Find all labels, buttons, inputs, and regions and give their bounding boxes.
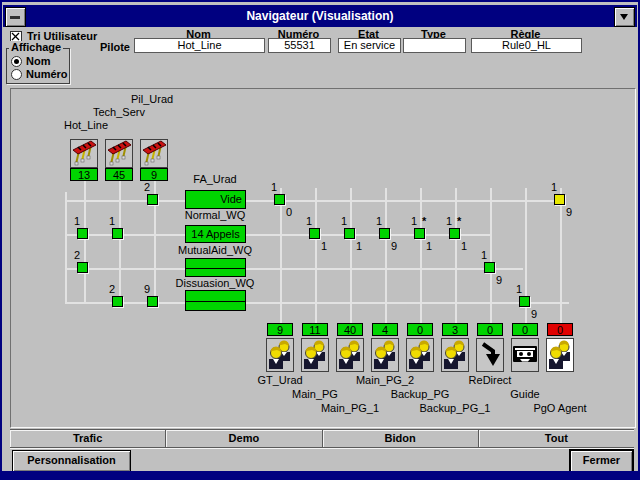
- node-top-value: 1: [298, 215, 312, 227]
- link-node-square[interactable]: [449, 228, 460, 239]
- agent-label: Main_PG_1: [308, 402, 392, 414]
- link-node-square[interactable]: [77, 262, 88, 273]
- link-node-square[interactable]: [77, 228, 88, 239]
- pilot-number-field[interactable]: 55531: [268, 38, 331, 53]
- tab-tout[interactable]: Tout: [479, 430, 634, 447]
- queue-box[interactable]: 14 Appels: [185, 225, 246, 243]
- grid-vline: [84, 181, 86, 302]
- title-bar: Navigateur (Visualisation): [3, 5, 637, 27]
- agent-count: 0: [407, 323, 433, 336]
- link-node-square[interactable]: [147, 194, 158, 205]
- grid-vline: [350, 188, 352, 323]
- link-node-square[interactable]: [147, 296, 158, 307]
- node-bottom-value: 9: [496, 274, 502, 286]
- node-top-value: 1: [438, 215, 452, 227]
- pilot-icon-box[interactable]: [70, 139, 98, 168]
- queue-box[interactable]: [185, 258, 246, 277]
- pilot-icon-box[interactable]: [105, 139, 133, 168]
- node-top-value: 1: [403, 215, 417, 227]
- window-title: Navigateur (Visualisation): [27, 5, 613, 27]
- agent-icon-box[interactable]: [476, 338, 504, 372]
- pilot-state-field[interactable]: En service: [338, 38, 401, 53]
- link-node-square[interactable]: [519, 296, 530, 307]
- grid-hline: [65, 234, 491, 236]
- agent-count: 0: [512, 323, 538, 336]
- node-bottom-value: 1: [356, 240, 362, 252]
- node-top-value: 1: [473, 249, 487, 261]
- agent-count: 11: [302, 323, 328, 336]
- tab-demo[interactable]: Demo: [166, 430, 322, 447]
- agent-group-icon: [407, 339, 433, 371]
- grid-hline: [65, 302, 569, 304]
- grid-vline: [119, 181, 121, 302]
- radio-label: Nom: [26, 55, 50, 67]
- queue-text: Vide: [186, 191, 245, 208]
- agent-count: 4: [372, 323, 398, 336]
- agent-icon-box[interactable]: [511, 338, 539, 372]
- pilot-label: Hot_Line: [64, 119, 108, 131]
- grid-vline: [65, 192, 67, 304]
- node-top-value: 2: [136, 181, 150, 193]
- grid-vline: [490, 188, 492, 323]
- personnalisation-button[interactable]: Personnalisation: [12, 450, 131, 472]
- agent-icon-box[interactable]: [546, 338, 574, 372]
- node-bottom-value: 1: [426, 240, 432, 252]
- pilot-label: Pil_Urad: [131, 93, 173, 105]
- link-node-square[interactable]: [274, 194, 285, 205]
- queue-box[interactable]: [185, 290, 246, 311]
- agent-icon-box[interactable]: [406, 338, 434, 372]
- link-node-square[interactable]: [112, 296, 123, 307]
- node-top-value: 1: [333, 215, 347, 227]
- node-top-value: 9: [136, 283, 150, 295]
- agent-group-icon: [302, 339, 328, 371]
- pilote-row-label: Pilote: [100, 41, 130, 53]
- redirect-icon: [478, 341, 502, 370]
- grid-hline: [65, 200, 562, 202]
- queue-box[interactable]: Vide: [185, 190, 246, 209]
- affichage-option-nom[interactable]: Nom: [11, 55, 66, 67]
- link-node-square[interactable]: [554, 194, 565, 205]
- minimize-button[interactable]: [614, 7, 635, 27]
- system-menu-button[interactable]: [5, 7, 26, 27]
- agent-group-icon: [442, 339, 468, 371]
- node-top-value: 1: [368, 215, 382, 227]
- queue-label: MutualAid_WQ: [155, 244, 275, 256]
- agent-icon-box[interactable]: [441, 338, 469, 372]
- link-node-square[interactable]: [379, 228, 390, 239]
- agent-group-icon: [267, 339, 293, 371]
- agent-icon-box[interactable]: [336, 338, 364, 372]
- system-menu-icon: [10, 16, 20, 19]
- queue-label: Normal_WQ: [155, 209, 275, 221]
- agent-icon-box[interactable]: [301, 338, 329, 372]
- node-bottom-value: 1: [321, 240, 327, 252]
- link-node-square[interactable]: [484, 262, 495, 273]
- pilot-icon-box[interactable]: [140, 139, 168, 168]
- agent-label: Backup_PG: [378, 388, 462, 400]
- agent-icon-box[interactable]: [266, 338, 294, 372]
- pilot-rule-field[interactable]: Rule0_HL: [471, 38, 582, 53]
- agent-count: 9: [267, 323, 293, 336]
- agent-group-icon: [547, 339, 573, 371]
- pilot-label: Tech_Serv: [93, 106, 145, 118]
- agent-label: Guide: [483, 388, 567, 400]
- cassette-icon: [512, 345, 538, 365]
- pilot-name-field[interactable]: Hot_Line: [134, 38, 265, 53]
- agent-label: Backup_PG_1: [413, 402, 497, 414]
- link-node-square[interactable]: [112, 228, 123, 239]
- link-node-square[interactable]: [344, 228, 355, 239]
- radio-icon[interactable]: [11, 69, 22, 80]
- tab-bidon[interactable]: Bidon: [323, 430, 479, 447]
- queue-label: FA_Urad: [155, 173, 275, 185]
- agent-icon-box[interactable]: [371, 338, 399, 372]
- node-star-marker: *: [422, 215, 426, 227]
- affichage-option-numéro[interactable]: Numéro: [11, 68, 66, 80]
- pilot-type-field[interactable]: [403, 38, 466, 53]
- link-node-square[interactable]: [414, 228, 425, 239]
- node-top-value: 1: [508, 283, 522, 295]
- link-node-square[interactable]: [309, 228, 320, 239]
- tab-trafic[interactable]: Trafic: [10, 430, 166, 447]
- application-window: Navigateur (Visualisation) Tri Utilisate…: [0, 0, 640, 480]
- grid-vline: [560, 188, 562, 323]
- agent-label: Main_PG: [273, 388, 357, 400]
- radio-icon[interactable]: [11, 56, 22, 67]
